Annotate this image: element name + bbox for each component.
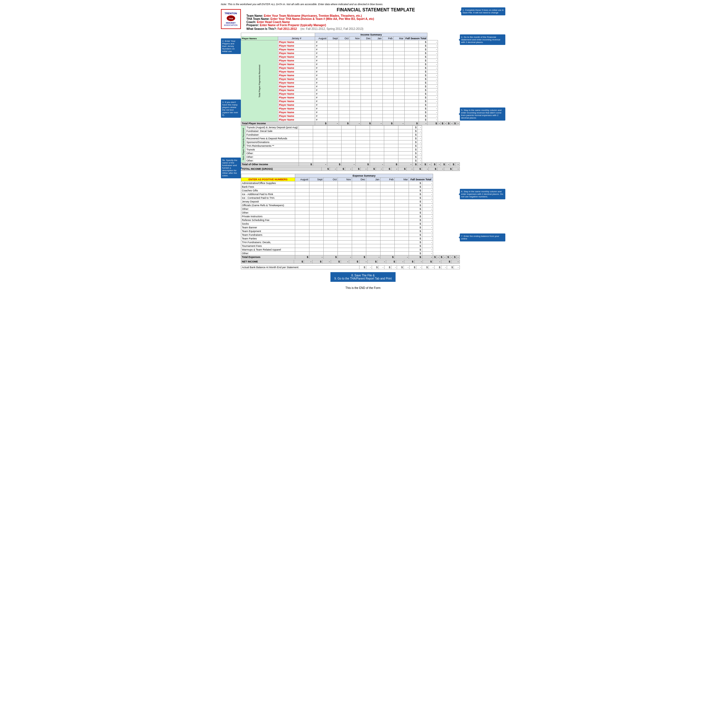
other-month-cell[interactable] (370, 141, 384, 144)
month-cell[interactable] (350, 59, 361, 63)
expense-month-cell[interactable] (309, 240, 324, 244)
month-cell[interactable] (328, 44, 339, 48)
jersey-cell[interactable]: # (315, 44, 328, 48)
expense-month-cell[interactable] (295, 211, 309, 215)
expense-month-cell[interactable] (381, 248, 395, 252)
other-month-cell[interactable] (398, 159, 412, 163)
other-month-cell[interactable] (313, 129, 327, 133)
other-month-cell[interactable] (341, 159, 355, 163)
expense-month-cell[interactable] (395, 219, 409, 222)
month-cell[interactable] (382, 107, 394, 111)
other-month-cell[interactable] (327, 151, 341, 155)
expense-month-cell[interactable] (338, 211, 352, 215)
month-cell[interactable] (328, 48, 339, 52)
other-month-cell[interactable] (384, 133, 398, 137)
expense-month-cell[interactable] (295, 203, 309, 207)
other-month-cell[interactable] (355, 126, 370, 129)
month-cell[interactable] (350, 118, 361, 122)
month-cell[interactable] (382, 96, 394, 99)
expense-month-cell[interactable] (381, 189, 395, 193)
month-cell[interactable] (328, 59, 339, 63)
expense-month-cell[interactable] (324, 252, 338, 255)
month-cell[interactable] (404, 44, 419, 48)
month-cell[interactable] (394, 92, 405, 96)
jersey-cell[interactable]: # (315, 70, 328, 73)
other-month-cell[interactable] (384, 155, 398, 159)
other-income-row[interactable]: Other:$- (241, 155, 460, 159)
month-cell[interactable] (394, 81, 405, 85)
expense-row[interactable]: Tournament Fees$- (241, 244, 460, 248)
expense-month-cell[interactable] (309, 207, 324, 211)
expense-month-cell[interactable] (352, 196, 366, 200)
month-cell[interactable] (328, 40, 339, 44)
player-name-cell[interactable]: Player Name (278, 114, 315, 118)
month-cell[interactable] (361, 81, 372, 85)
player-name-cell[interactable]: Player Name (278, 55, 315, 59)
month-cell[interactable] (328, 111, 339, 114)
month-cell[interactable] (372, 107, 382, 111)
expense-month-cell[interactable] (352, 211, 366, 215)
month-cell[interactable] (382, 73, 394, 77)
month-cell[interactable] (361, 89, 372, 92)
jersey-cell[interactable]: # (315, 89, 328, 92)
month-cell[interactable] (394, 89, 405, 92)
month-cell[interactable] (339, 52, 350, 55)
jersey-cell[interactable]: # (315, 40, 328, 44)
expense-month-cell[interactable] (395, 185, 409, 189)
month-cell[interactable] (372, 70, 382, 73)
month-cell[interactable] (339, 118, 350, 122)
expense-month-cell[interactable] (324, 240, 338, 244)
month-cell[interactable] (394, 103, 405, 107)
expense-month-cell[interactable] (352, 244, 366, 248)
month-cell[interactable] (339, 77, 350, 81)
month-cell[interactable] (339, 59, 350, 63)
expense-month-cell[interactable] (295, 196, 309, 200)
month-cell[interactable] (339, 103, 350, 107)
expense-month-cell[interactable] (395, 181, 409, 185)
month-cell[interactable] (328, 107, 339, 111)
month-cell[interactable] (361, 70, 372, 73)
month-cell[interactable] (382, 63, 394, 66)
other-month-cell[interactable] (299, 159, 313, 163)
other-month-cell[interactable] (341, 141, 355, 144)
expense-month-cell[interactable] (309, 211, 324, 215)
expense-month-cell[interactable] (352, 207, 366, 211)
other-month-cell[interactable] (355, 159, 370, 163)
other-month-cell[interactable] (384, 148, 398, 151)
expense-month-cell[interactable] (395, 193, 409, 196)
other-month-cell[interactable] (327, 155, 341, 159)
month-cell[interactable] (382, 66, 394, 70)
expense-row[interactable]: Other:$- (241, 207, 460, 211)
month-cell[interactable] (404, 63, 419, 66)
other-month-cell[interactable] (341, 144, 355, 148)
jersey-cell[interactable]: # (315, 81, 328, 85)
month-cell[interactable] (361, 85, 372, 89)
expense-month-cell[interactable] (309, 222, 324, 226)
month-cell[interactable] (394, 63, 405, 66)
jersey-cell[interactable]: # (315, 48, 328, 52)
expense-month-cell[interactable] (366, 222, 381, 226)
month-cell[interactable] (382, 114, 394, 118)
month-cell[interactable] (372, 52, 382, 55)
expense-row[interactable]: Socks$- (241, 222, 460, 226)
other-income-row[interactable]: Fundraiser:$- (241, 133, 460, 137)
month-cell[interactable] (382, 59, 394, 63)
player-name-cell[interactable]: Player Name (278, 92, 315, 96)
month-cell[interactable] (382, 55, 394, 59)
expense-month-cell[interactable] (366, 237, 381, 240)
month-cell[interactable] (361, 96, 372, 99)
other-month-cell[interactable] (313, 133, 327, 137)
expense-month-cell[interactable] (352, 200, 366, 203)
month-cell[interactable] (404, 92, 419, 96)
expense-month-cell[interactable] (338, 248, 352, 252)
month-cell[interactable] (328, 81, 339, 85)
month-cell[interactable] (394, 73, 405, 77)
expense-row[interactable]: Other:$- (241, 211, 460, 215)
other-month-cell[interactable] (384, 151, 398, 155)
expense-month-cell[interactable] (395, 248, 409, 252)
month-cell[interactable] (361, 52, 372, 55)
expense-month-cell[interactable] (338, 240, 352, 244)
month-cell[interactable] (350, 77, 361, 81)
month-cell[interactable] (350, 55, 361, 59)
month-cell[interactable] (382, 111, 394, 114)
